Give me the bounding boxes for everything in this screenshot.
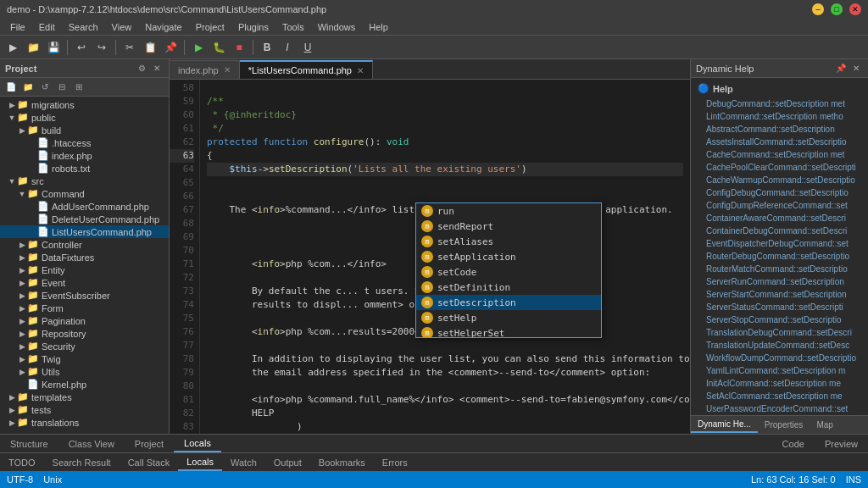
project-refresh-button[interactable]: ↺ [37,80,53,95]
tab-map[interactable]: Map [810,418,839,432]
ac-item-sethelperset[interactable]: m setHelperSet [416,325,601,338]
tree-item-index-php[interactable]: 📄 index.php [0,149,169,162]
close-button[interactable]: ✕ [849,3,861,15]
project-new-file-button[interactable]: 📄 [3,80,19,95]
help-item-14[interactable]: ServerRunCommand::setDescription [691,275,868,288]
help-item-3[interactable]: AssetsInstallCommand::setDescriptio [691,136,868,148]
tree-item-controller[interactable]: ▶ 📁 Controller [0,238,169,251]
bottom-tab-watch[interactable]: Watch [222,455,265,470]
tree-item-deleteusercommand[interactable]: 📄 DeleteUserCommand.php [0,213,169,225]
project-collapse-button[interactable]: ⊟ [54,80,70,95]
ac-item-setaliases[interactable]: m setAliases [416,234,601,249]
menu-edit[interactable]: Edit [32,20,62,34]
tab-index-php-close[interactable]: ✕ [224,65,231,75]
maximize-button[interactable]: □ [831,3,843,15]
bottom-tab-structure[interactable]: Structure [0,436,58,452]
help-item-22[interactable]: InitAclCommand::setDescription me [691,377,868,390]
help-item-1[interactable]: LintCommand::setDescription metho [691,110,868,123]
toolbar-redo[interactable]: ↪ [92,38,111,57]
bottom-tab-locals[interactable]: Locals [174,435,221,452]
toolbar-bold[interactable]: B [258,38,276,57]
tree-item-pagination[interactable]: ▶ 📁 Pagination [0,314,169,327]
toolbar-run[interactable]: ▶ [189,38,208,57]
tree-item-event[interactable]: ▶ 📁 Event [0,276,169,289]
menu-windows[interactable]: Windows [311,20,363,34]
help-item-4[interactable]: CacheCommand::setDescription met [691,148,868,161]
tree-item-entity[interactable]: ▶ 📁 Entity [0,263,169,276]
menu-help[interactable]: Help [362,20,395,34]
help-item-16[interactable]: ServerStatusCommand::setDescripti [691,301,868,313]
help-item-15[interactable]: ServerStartCommand::setDescription [691,288,868,301]
project-expand-button[interactable]: ⊞ [71,80,86,95]
help-item-18[interactable]: TranslationDebugCommand::setDescri [691,326,868,339]
bottom-tab-code[interactable]: Code [772,436,815,452]
tree-item-robots[interactable]: 📄 robots.txt [0,162,169,175]
tree-item-command[interactable]: ▼ 📁 Command [0,187,169,200]
bottom-tab-errors[interactable]: Errors [374,455,416,470]
dynamic-help-close-button[interactable]: ✕ [849,62,863,75]
bottom-tab-callstack[interactable]: Call Stack [120,455,179,470]
bottom-tab-project[interactable]: Project [125,436,174,452]
help-item-17[interactable]: ServerStopCommand::setDescriptio [691,313,868,326]
panel-settings-button[interactable]: ⚙ [135,62,148,75]
menu-tools[interactable]: Tools [275,20,311,34]
tree-item-datafixtures[interactable]: ▶ 📁 DataFixtures [0,251,169,263]
bottom-tab-todo[interactable]: TODO [0,455,44,470]
toolbar-italic[interactable]: I [278,38,297,57]
menu-view[interactable]: View [105,20,139,34]
tree-item-repository[interactable]: ▶ 📁 Repository [0,327,169,340]
tree-item-utils[interactable]: ▶ 📁 Utils [0,365,169,378]
tab-dynamic-help[interactable]: Dynamic He... [691,417,758,433]
bottom-tab-bookmarks[interactable]: Bookmarks [310,455,374,470]
tree-item-listuserscommand[interactable]: 📄 ListUsersCommand.php [0,225,169,238]
tree-item-eventsubscriber[interactable]: ▶ 📁 EventSubscriber [0,289,169,302]
tree-item-security[interactable]: ▶ 📁 Security [0,340,169,352]
help-item-21[interactable]: YamlLintCommand::setDescription m [691,364,868,377]
help-item-8[interactable]: ConfigDumpReferenceCommand::set [691,199,868,212]
bottom-tab-classview[interactable]: Class View [58,436,125,452]
tab-index-php[interactable]: index.php ✕ [170,60,240,79]
toolbar-underline[interactable]: U [298,38,317,57]
toolbar-new[interactable]: ▶ [3,38,22,57]
toolbar-debug[interactable]: 🐛 [209,38,228,57]
tree-item-migrations[interactable]: ▶ 📁 migrations [0,98,169,111]
help-item-0[interactable]: DebugCommand::setDescription met [691,97,868,110]
tree-item-htaccess[interactable]: 📄 .htaccess [0,136,169,149]
help-item-9[interactable]: ContainerAwareCommand::setDescri [691,212,868,225]
ac-item-setcode[interactable]: m setCode [416,264,601,280]
tree-item-src[interactable]: ▼ 📁 src [0,175,169,187]
ac-item-sethelp[interactable]: m setHelp [416,310,601,325]
toolbar-open[interactable]: 📁 [24,38,42,57]
bottom-tab-locals2[interactable]: Locals [178,454,222,471]
dynamic-help-pin-button[interactable]: 📌 [834,62,848,75]
help-item-2[interactable]: AbstractCommand::setDescription [691,123,868,136]
ac-item-setapplication[interactable]: m setApplication [416,249,601,264]
menu-project[interactable]: Project [189,20,231,34]
toolbar-copy[interactable]: 📋 [141,38,159,57]
help-item-23[interactable]: SetAclCommand::setDescription me [691,390,868,402]
help-item-20[interactable]: WorkflowDumpCommand::setDescriptio [691,352,868,364]
tree-item-build[interactable]: ▶ 📁 build [0,124,169,136]
tab-properties[interactable]: Properties [758,418,810,432]
help-item-12[interactable]: RouterDebugCommand::setDescriptio [691,250,868,263]
toolbar-undo[interactable]: ↩ [72,38,91,57]
menu-search[interactable]: Search [62,20,105,34]
panel-close-button[interactable]: ✕ [150,62,164,75]
tree-item-tests[interactable]: ▶ 📁 tests [0,403,169,416]
toolbar-paste[interactable]: 📌 [161,38,180,57]
bottom-tab-searchresult[interactable]: Search Result [44,455,120,470]
toolbar-save[interactable]: 💾 [44,38,63,57]
menu-file[interactable]: File [3,20,32,34]
project-new-folder-button[interactable]: 📁 [20,80,36,95]
ac-item-sendreport[interactable]: m sendReport [416,219,601,234]
toolbar-stop[interactable]: ■ [230,38,248,57]
help-item-19[interactable]: TranslationUpdateCommand::setDesc [691,339,868,352]
toolbar-cut[interactable]: ✂ [120,38,139,57]
tab-listusers[interactable]: *ListUsersCommand.php ✕ [240,60,373,79]
tree-item-twig[interactable]: ▶ 📁 Twig [0,352,169,365]
help-item-10[interactable]: ContainerDebugCommand::setDescri [691,225,868,237]
ac-item-setdefinition[interactable]: m setDefinition [416,280,601,295]
menu-navigate[interactable]: Navigate [138,20,188,34]
tree-item-addusercommand[interactable]: 📄 AddUserCommand.php [0,200,169,213]
help-item-13[interactable]: RouterMatchCommand::setDescriptio [691,263,868,275]
